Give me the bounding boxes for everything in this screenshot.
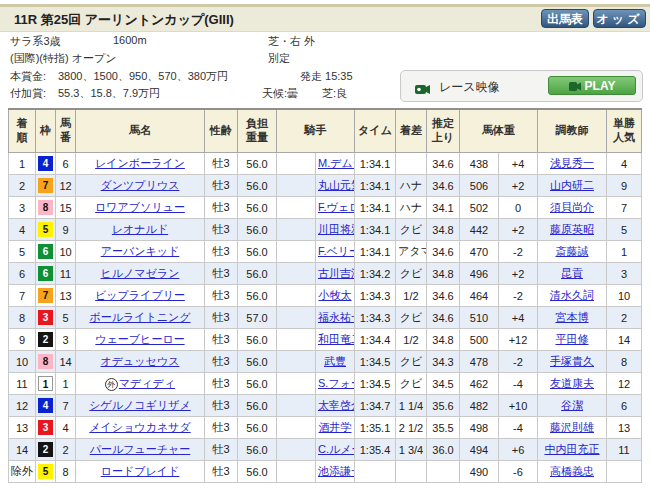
frame-number-badge: 6: [38, 266, 53, 281]
added-prize-values: 55.3、15.8、7.9万円: [58, 86, 160, 101]
horse-name-link[interactable]: ロワアブソリュー: [95, 201, 185, 213]
jockey-cell: 小牧太: [316, 285, 355, 307]
horse-weight: 478: [460, 351, 499, 373]
jockey-link[interactable]: 武豊: [324, 355, 346, 367]
horse-name-link[interactable]: ダンツプリウス: [101, 179, 180, 191]
trainer-link[interactable]: 斎藤誠: [556, 245, 589, 257]
jockey-link[interactable]: 古川吉洋: [318, 267, 355, 279]
race-card-button[interactable]: 出馬表: [541, 9, 589, 28]
horse-weight-diff: -2: [499, 285, 538, 307]
odds-button[interactable]: オッズ: [593, 9, 646, 28]
blinker-cell: [277, 439, 316, 461]
horse-name-link[interactable]: オデュッセウス: [101, 355, 180, 367]
trainer-link[interactable]: 谷潔: [561, 399, 583, 411]
jockey-link[interactable]: F.ヴェロン: [318, 201, 355, 213]
finish-position: 5: [9, 241, 36, 263]
finish-position: 1: [9, 153, 36, 175]
frame-cell: 8: [36, 197, 56, 219]
sex-age: 牡3: [205, 373, 238, 395]
trainer-link[interactable]: 高橋義忠: [550, 465, 594, 477]
trainer-link[interactable]: 昆貢: [561, 267, 583, 279]
trainer-link[interactable]: 平田修: [556, 333, 589, 345]
trainer-link[interactable]: 須貝尚介: [550, 201, 594, 213]
trainer-link[interactable]: 藤原英昭: [550, 223, 594, 235]
trainer-cell: 友道康夫: [538, 373, 607, 395]
jockey-link[interactable]: 川田将雅: [318, 223, 355, 235]
race-video-box: レース映像 PLAY: [400, 70, 643, 102]
finish-position: 9: [9, 329, 36, 351]
horse-weight-diff: 0: [499, 197, 538, 219]
load-weight: 56.0: [238, 417, 277, 439]
trainer-link[interactable]: 中内田充正: [545, 443, 600, 455]
finish-time: [355, 461, 396, 483]
trainer-link[interactable]: 藤沢則雄: [550, 421, 594, 433]
horse-name-link[interactable]: マディディ: [119, 377, 175, 389]
trainer-link[interactable]: 清水久詞: [550, 289, 594, 301]
frame-cell: 2: [36, 329, 56, 351]
last3f-time: 34.8: [427, 329, 460, 351]
horse-name-link[interactable]: ロードブレイド: [101, 465, 180, 477]
trainer-link[interactable]: 友道康夫: [550, 377, 594, 389]
results-table-header: 着 順 枠 馬 番 馬名 性齢 負担 重量 騎手 タイム 着差 推定 上り 馬体…: [9, 109, 642, 153]
jockey-link[interactable]: C.ルメール: [318, 443, 355, 455]
frame-number-badge: 6: [38, 244, 53, 259]
trainer-link[interactable]: 浅見秀一: [550, 157, 594, 169]
jockey-cell: F.ヴェロン: [316, 197, 355, 219]
last3f-time: 34.1: [427, 197, 460, 219]
start-time: 発走 15:35: [300, 69, 353, 84]
jockey-link[interactable]: 小牧太: [319, 289, 352, 301]
sex-age: 牡3: [205, 175, 238, 197]
horse-weight: 442: [460, 219, 499, 241]
frame-cell: 1: [36, 373, 56, 395]
frame-cell: 7: [36, 285, 56, 307]
weight-rule: 別定: [268, 51, 290, 66]
play-button[interactable]: PLAY: [548, 76, 636, 95]
jockey-link[interactable]: S.フォーリー: [318, 377, 355, 389]
race-class: サラ系3歳: [10, 34, 61, 49]
jockey-link[interactable]: 丸山元気: [318, 179, 355, 191]
win-popularity: 7: [607, 197, 642, 219]
horse-weight: 462: [460, 373, 499, 395]
blinker-cell: [277, 175, 316, 197]
horse-name-link[interactable]: シゲルノコギリザメ: [89, 399, 190, 411]
horse-name-link[interactable]: メイショウカネサダ: [89, 421, 190, 433]
horse-name-link[interactable]: パールフューチャー: [90, 443, 191, 455]
jockey-cell: 古川吉洋: [316, 263, 355, 285]
load-weight: 56.0: [238, 175, 277, 197]
turf-condition: 芝:良: [322, 86, 347, 101]
horse-name-link[interactable]: アーバンキッド: [101, 245, 180, 257]
trainer-link[interactable]: 手塚貴久: [550, 355, 594, 367]
trainer-cell: 清水久詞: [538, 285, 607, 307]
trainer-link[interactable]: 宮本博: [556, 311, 589, 323]
horse-name-cell: メイショウカネサダ: [76, 417, 205, 439]
blinker-cell: [277, 263, 316, 285]
jockey-link[interactable]: M.デムーロ: [318, 157, 355, 169]
finish-position: 4: [9, 219, 36, 241]
jockey-link[interactable]: 池添謙一: [318, 465, 355, 477]
jockey-link[interactable]: 和田竜二: [318, 333, 355, 345]
horse-name-link[interactable]: ボールライトニング: [89, 311, 190, 323]
trainer-link[interactable]: 山内研二: [550, 179, 594, 191]
race-title: 11R 第25回 アーリントンカップ(GIII): [14, 11, 234, 29]
result-row: 14 2 2 パールフューチャー 牡3 56.0 C.ルメール 1:35.4 1…: [9, 439, 642, 461]
blinker-cell: [277, 417, 316, 439]
jockey-link[interactable]: 福永祐一: [318, 311, 355, 323]
frame-number-badge: 2: [38, 442, 53, 457]
horse-name-link[interactable]: ビップライブリー: [95, 289, 185, 301]
horse-name-cell: ダンツプリウス: [76, 175, 205, 197]
horse-number: 10: [56, 241, 76, 263]
jockey-link[interactable]: 太宰啓介: [318, 399, 355, 411]
jockey-link[interactable]: F.ベリー: [318, 245, 355, 257]
horse-name-link[interactable]: ヒルノマゼラン: [101, 267, 180, 279]
result-row: 8 3 5 ボールライトニング 牡3 57.0 福永祐一 1:34.3 クビ 3…: [9, 307, 642, 329]
trainer-cell: 高橋義忠: [538, 461, 607, 483]
jockey-link[interactable]: 酒井学: [319, 421, 352, 433]
horse-name-link[interactable]: レオナルド: [112, 223, 168, 235]
added-prize-label: 付加賞:: [10, 86, 46, 101]
horse-weight: 498: [460, 417, 499, 439]
horse-name-link[interactable]: レインボーライン: [95, 157, 185, 169]
win-popularity: 12: [607, 373, 642, 395]
horse-name-link[interactable]: ウェーブヒーロー: [95, 333, 184, 345]
load-weight: 56.0: [238, 329, 277, 351]
horse-name-cell: ロードブレイド: [76, 461, 205, 483]
